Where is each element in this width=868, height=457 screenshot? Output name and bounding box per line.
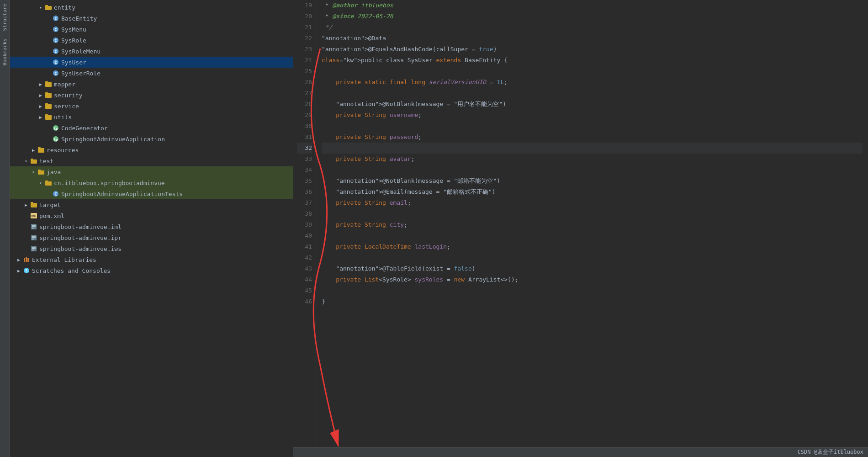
svg-rect-28 [31,159,37,164]
tree-item-ScratchesConsoles[interactable]: ▶SScratches and Consoles [10,265,293,276]
svg-rect-15 [45,81,48,83]
code-line: } [322,296,863,307]
bookmarks-tab[interactable]: Bookmarks [0,35,9,69]
code-editor[interactable]: 1920212223242526272829303132333435363738… [293,0,868,457]
tree-arrow: ▶ [25,202,30,207]
tree-item-SysMenu[interactable]: CSysMenu [10,24,293,35]
folder-icon [45,180,52,186]
line-number: 43 [297,263,312,274]
structure-tab[interactable]: Structure [0,0,9,35]
tree-item-label: CodeGenerator [61,125,108,132]
line-number: 38 [297,208,312,219]
svg-rect-52 [24,258,25,262]
code-line: private String city; [322,219,863,230]
tree-arrow: ▶ [17,268,23,273]
svg-rect-30 [38,170,44,175]
code-line: private LocalDateTime lastLogin; [322,241,863,252]
class-icon: C [52,70,59,76]
code-line: class="kw">public class SysUser extends … [322,55,863,66]
tree-item-cn-pkg[interactable]: ▾cn.itbluebox.springbootadminvue [10,177,293,188]
tree-item-CodeGenerator[interactable]: SpCodeGenerator [10,122,293,133]
code-line: private String email; [322,197,863,208]
folder-icon [45,81,52,87]
line-number: 19 [297,0,312,11]
folder-icon [37,169,45,175]
svg-text:C: C [54,38,57,43]
svg-text:C: C [54,16,57,21]
code-line: "annotation">@NotBlank(message = "用户名不能为… [322,99,863,110]
code-line: "annotation">@NotBlank(message = "邮箱不能为空… [322,175,863,186]
scratch-icon: S [23,267,30,274]
tree-item-SpringbootAdminvueApplication[interactable]: SpSpringbootAdminvueApplication [10,133,293,144]
line-number: 31 [297,132,312,143]
class-icon: C [52,37,59,43]
tree-item-label: resources [47,147,79,154]
code-line [322,208,863,219]
code-line: "annotation">@Email(message = "邮箱格式不正确") [322,186,863,197]
line-number: 25 [297,66,312,77]
svg-rect-1 [45,5,48,6]
line-number: 35 [297,175,312,186]
folder-icon [37,147,45,153]
tree-arrow: ▶ [39,82,45,87]
tree-item-pom.xml[interactable]: XMLpom.xml [10,210,293,221]
tree-item-SysRole[interactable]: CSysRole [10,35,293,46]
svg-text:C: C [54,71,57,76]
line-number: 46 [297,296,312,307]
tree-arrow: ▶ [39,104,45,109]
tree-item-springboot-adminvue.iws[interactable]: springboot-adminvue.iws [10,243,293,254]
tree-item-springboot-adminvue.ipr[interactable]: springboot-adminvue.ipr [10,232,293,243]
code-line: "annotation">@Data [322,33,863,44]
class-icon: C [52,191,59,197]
tree-item-label: springboot-adminvue.ipr [39,234,122,241]
svg-text:C: C [54,192,57,197]
code-line [322,252,863,263]
tree-item-resources[interactable]: ▶resources [10,144,293,155]
tree-item-target[interactable]: ▶target [10,199,293,210]
tree-item-service[interactable]: ▶service [10,101,293,112]
tree-arrow: ▾ [39,181,45,186]
svg-text:XML: XML [32,214,37,218]
tree-item-springboot-adminvue.iml[interactable]: springboot-adminvue.iml [10,221,293,232]
class-icon: C [52,59,59,65]
tree-item-SpringbootAdminvueApplicationTests[interactable]: CSpringbootAdminvueApplicationTests [10,188,293,199]
tree-item-security[interactable]: ▶security [10,90,293,101]
tree-item-entity[interactable]: ▾entity [10,2,293,13]
svg-rect-18 [45,104,52,109]
code-line [322,121,863,132]
tree-arrow: ▶ [39,115,45,120]
code-line: private String username; [322,110,863,121]
svg-rect-53 [26,257,27,262]
svg-text:C: C [54,27,57,32]
line-numbers: 1920212223242526272829303132333435363738… [293,0,316,457]
tree-item-SysRoleMenu[interactable]: CSysRoleMenu [10,46,293,57]
tree-item-utils[interactable]: ▶utils [10,112,293,122]
svg-text:Sp: Sp [54,138,58,142]
library-icon [23,256,30,263]
spring-icon: Sp [52,136,59,142]
code-container: 1920212223242526272829303132333435363738… [293,0,868,457]
tree-item-java-test[interactable]: ▾java [10,166,293,177]
config-file-icon [30,245,37,252]
tree-item-label: security [54,92,83,99]
class-icon: C [52,26,59,32]
file-tree[interactable]: ▾entityCBaseEntityCSysMenuCSysRoleCSysRo… [10,0,293,457]
tree-item-BaseEntity[interactable]: CBaseEntity [10,13,293,24]
tree-item-label: SpringbootAdminvueApplication [61,136,165,143]
tree-item-mapper[interactable]: ▶mapper [10,79,293,90]
tree-item-ExternalLibraries[interactable]: ▶External Libraries [10,254,293,265]
tree-item-label: java [47,169,61,175]
tree-item-test[interactable]: ▾test [10,155,293,166]
code-line [322,165,863,175]
folder-icon [30,202,37,208]
tree-item-SysUserRole[interactable]: CSysUserRole [10,68,293,79]
tree-item-label: SysUserRole [61,70,101,77]
svg-rect-20 [45,115,52,120]
tree-item-SysUser[interactable]: CSysUser [10,57,293,68]
line-number: 39 [297,219,312,230]
line-number: 29 [297,110,312,121]
code-line [322,88,863,99]
line-number: 22 [297,33,312,44]
svg-rect-36 [31,203,37,207]
tree-item-label: Scratches and Consoles [32,267,111,274]
